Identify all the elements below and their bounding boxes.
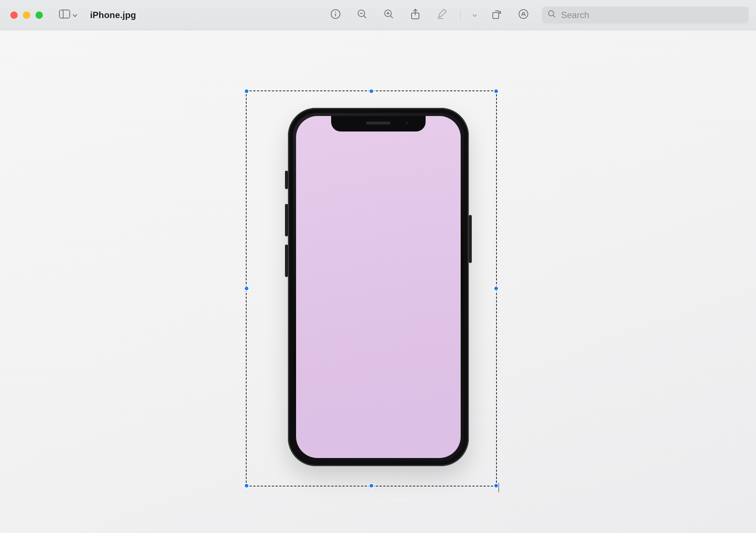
- svg-line-9: [391, 16, 393, 18]
- search-input[interactable]: [560, 10, 743, 21]
- selection-handle-left[interactable]: [244, 286, 249, 291]
- image-canvas[interactable]: [0, 30, 756, 533]
- rotate-button[interactable]: [489, 7, 505, 23]
- selection-handle-bottom-right[interactable]: [494, 483, 499, 488]
- svg-point-16: [519, 10, 528, 18]
- highlight-icon: [518, 9, 529, 21]
- svg-point-3: [335, 11, 336, 13]
- crop-selection[interactable]: [246, 90, 497, 486]
- markup-button[interactable]: [434, 7, 450, 23]
- selection-handle-top[interactable]: [369, 89, 374, 94]
- highlight-button[interactable]: [515, 7, 532, 23]
- selection-handle-bottom[interactable]: [369, 483, 374, 488]
- text-caret: [498, 483, 499, 492]
- chevron-down-icon: [72, 10, 78, 20]
- minimize-window-button[interactable]: [23, 11, 30, 19]
- chevron-down-icon: [472, 10, 477, 20]
- search-field[interactable]: [542, 7, 749, 24]
- info-icon: [330, 9, 341, 21]
- markup-icon: [437, 9, 447, 21]
- svg-rect-15: [493, 13, 499, 18]
- selection-handle-top-left[interactable]: [244, 89, 249, 94]
- share-button[interactable]: [407, 7, 423, 23]
- traffic-lights: [10, 11, 43, 19]
- svg-rect-0: [59, 10, 70, 18]
- svg-line-19: [553, 16, 555, 17]
- selection-handle-bottom-left[interactable]: [244, 483, 249, 488]
- share-icon: [410, 8, 420, 22]
- selection-handle-right[interactable]: [494, 286, 499, 291]
- toolbar-divider: [460, 10, 461, 20]
- document-title: iPhone.jpg: [90, 10, 136, 20]
- sidebar-toggle-button[interactable]: [59, 10, 78, 21]
- rotate-icon: [492, 9, 502, 21]
- close-window-button[interactable]: [10, 11, 18, 19]
- zoom-out-icon: [357, 9, 367, 21]
- zoom-in-button[interactable]: [381, 7, 397, 23]
- window-toolbar: iPhone.jpg: [0, 0, 756, 30]
- svg-line-6: [364, 16, 366, 18]
- info-button[interactable]: [327, 7, 344, 23]
- markup-menu-button[interactable]: [471, 10, 478, 20]
- selection-handle-top-right[interactable]: [494, 89, 499, 94]
- zoom-in-icon: [384, 9, 394, 21]
- svg-point-18: [549, 11, 554, 16]
- search-icon: [548, 10, 556, 20]
- toolbar-actions: [327, 7, 749, 24]
- sidebar-icon: [59, 10, 70, 21]
- zoom-out-button[interactable]: [354, 7, 370, 23]
- fullscreen-window-button[interactable]: [35, 11, 43, 19]
